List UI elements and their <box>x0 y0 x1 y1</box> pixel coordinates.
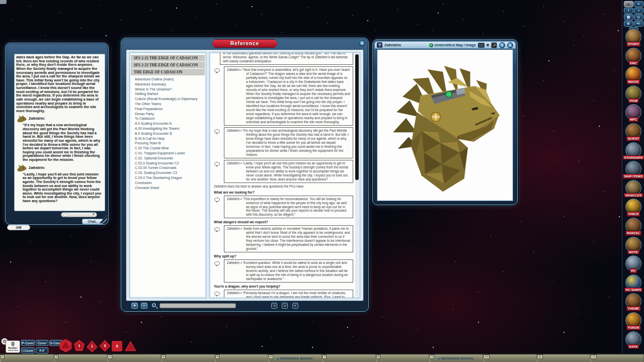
sidebar-button[interactable]: VEHICLES <box>622 180 644 199</box>
hotbar-slot[interactable]: 3 <box>107 354 161 362</box>
hotbar-slot[interactable]: 12 <box>590 354 644 362</box>
hotbar-slot[interactable]: 11 <box>537 354 591 362</box>
improved-cover-button[interactable]: I-Cover <box>21 347 35 353</box>
toc-item[interactable]: Adventure Summary <box>130 82 206 87</box>
toc-item[interactable]: B.00 A Call for Help <box>130 136 206 141</box>
pouch-icon[interactable]: ◑ <box>634 8 643 14</box>
hotbar-slot[interactable]: 5 <box>215 354 269 362</box>
toc-item[interactable]: Culture (Recall Knowledge) or Diplomacy <box>130 97 206 102</box>
close-icon[interactable]: × <box>507 42 513 48</box>
modifier-box[interactable]: 0 Modifier <box>6 340 20 353</box>
sidebar-button[interactable]: NPC <box>622 104 644 123</box>
toc-item[interactable]: C.00 The Crystal Mine <box>130 146 206 151</box>
hotbar-slot[interactable]: 8 <box>376 354 430 362</box>
sidebar-button[interactable]: DATA <box>622 331 644 350</box>
image-canvas[interactable] <box>377 49 513 201</box>
sidebar-button[interactable]: PARCEL <box>622 218 644 236</box>
sidebar-button[interactable]: STORY <box>622 29 644 47</box>
d8-die[interactable]: 3 <box>99 340 111 352</box>
sidebar-button[interactable]: PC <box>622 255 644 274</box>
image-window: Zafeldrin Unidentified Map / Image ↗ ? × <box>372 39 518 205</box>
nav-back-button[interactable]: ◄ <box>271 303 277 309</box>
no-entry-icon[interactable]: ⊘ <box>624 21 633 27</box>
toc-item[interactable]: C.03. Scaling Encounter C3 <box>130 170 206 175</box>
toc-item[interactable]: Chronicle Sheet <box>130 186 206 191</box>
sidebar-button[interactable]: ITEM <box>622 85 644 104</box>
hotbar-slot[interactable]: 10 <box>483 354 537 362</box>
mountain-icon[interactable]: ▲ <box>624 1 633 7</box>
chat-log[interactable]: dates back ages before the Gap. As far a… <box>14 54 105 211</box>
reference-search-input[interactable] <box>159 303 236 308</box>
toc-item[interactable]: C.03.0 The Slumbering Dragon <box>130 175 206 180</box>
sidebar-button[interactable]: QUEST <box>622 123 644 142</box>
toc-item[interactable]: Final Preparations <box>130 107 206 112</box>
toc-item[interactable]: The Other Teams <box>130 102 206 107</box>
hotbar-slot[interactable]: 9 REFERENCE MANUAL <box>429 354 483 362</box>
toc-header[interactable]: SFS 2-23 THE EDGE OF CADASCON <box>131 55 205 61</box>
sidebar-button[interactable]: SHIP ITEMS <box>622 161 644 179</box>
dots-grid-icon[interactable] <box>478 43 485 48</box>
flat-footed-button[interactable]: F-F <box>36 347 48 353</box>
d4-die[interactable] <box>124 340 137 352</box>
toc-item[interactable]: Dinner Party <box>130 112 206 117</box>
sidebar-button-label: PC <box>630 268 637 274</box>
gm-identity-label[interactable]: GM <box>7 225 30 230</box>
image-window-titlebar[interactable]: Zafeldrin Unidentified Map / Image ↗ ? × <box>374 41 516 49</box>
toc-item[interactable]: B.0 Scaling Encounter B <box>130 131 206 136</box>
toc-item[interactable]: Getting Started <box>130 92 206 97</box>
pointer-tool-icon[interactable]: ↗ <box>491 42 497 48</box>
sidebar-button-label: QUEST <box>626 136 640 141</box>
cover-button[interactable]: Cover <box>36 340 48 346</box>
toc-header[interactable]: SFS 2-23 THE EDGE OF CADASCON <box>131 62 205 68</box>
d6-die[interactable]: 5 <box>112 341 122 351</box>
plus-minus-icon[interactable]: +/- <box>634 21 643 27</box>
library-icon[interactable]: i <box>624 8 633 14</box>
sidebar-button-label: NPC <box>628 117 638 122</box>
toc-item[interactable]: Where In The Universe? <box>130 87 206 92</box>
sidebar-button[interactable]: TOKEN <box>622 312 644 331</box>
hotbar-slot[interactable]: 2 <box>54 354 108 362</box>
toc-item[interactable]: C.02.00 Tunnel Crossroads <box>130 165 206 170</box>
toc-item[interactable]: A.0 Scaling Encounter A <box>130 121 206 126</box>
d10-die[interactable]: 1 <box>86 340 98 352</box>
sidebar-button[interactable]: PC SHIPS <box>622 275 644 293</box>
zoom-in-button[interactable]: + <box>131 303 138 309</box>
toc-item[interactable]: A.00 Investigating the Towers <box>130 126 206 131</box>
toc-item[interactable]: To Cadascon <box>130 116 206 121</box>
scrollbar-thumb[interactable] <box>355 54 359 180</box>
toc-item[interactable]: Adventure Outline (Index) <box>130 77 206 82</box>
chat-mode-select[interactable]: ▼ <box>61 212 97 217</box>
die-icon[interactable]: ◇ <box>634 14 643 20</box>
sidebar-button[interactable]: TABLE <box>622 199 644 217</box>
sidebar-button[interactable]: STARSHIPS <box>622 142 644 161</box>
dialog-row: Zafeldrin • “Precisely because I'm a dra… <box>213 290 353 298</box>
toc-header[interactable]: THE EDGE OF CADASCON <box>131 69 205 75</box>
toc-item[interactable]: Conclusion <box>130 180 206 186</box>
chat-input-tab[interactable]: Chat.. <box>82 219 103 224</box>
hotbar-slot[interactable]: 7 <box>322 354 376 362</box>
stack-icon[interactable]: ▤ <box>624 14 633 20</box>
nav-up-button[interactable]: ▲ <box>282 303 288 309</box>
sidebar-button[interactable]: ENC <box>622 48 644 66</box>
crossed-tools-icon[interactable]: × <box>634 1 643 7</box>
hotbar-slot[interactable]: 1 <box>0 354 54 362</box>
nav-forward-button[interactable]: ► <box>292 303 298 309</box>
close-icon[interactable]: × <box>359 40 365 46</box>
toc-item[interactable]: Pursuing Team B <box>130 141 206 146</box>
hotbar-slot[interactable]: 6 REFERENCE MANUAL <box>268 354 322 362</box>
sidebar-button[interactable]: THEME <box>622 293 644 312</box>
d12-die[interactable]: 1 <box>73 340 86 352</box>
sidebar-button[interactable]: IMAGE <box>622 66 644 85</box>
zoom-out-button[interactable]: − <box>141 303 147 309</box>
help-icon[interactable]: ? <box>499 42 505 48</box>
dialog-text: “Precisely because I'm a dragon. I am no… <box>243 291 348 298</box>
toc-item[interactable]: C.02. Optional Encounter <box>130 156 206 161</box>
toc-item[interactable]: C.01. Trapped Equipment Locker <box>130 151 206 156</box>
visibility-eye-icon[interactable] <box>429 43 433 47</box>
chat-mode-pill <box>63 214 69 216</box>
sidebar-button[interactable]: NOTE <box>622 237 644 255</box>
toc-item[interactable]: C.02.0 Scaling Encounter C2 <box>130 161 206 166</box>
reference-content-scroll[interactable]: of the Starfinders gathered before him, … <box>213 53 353 298</box>
hotbar-slot[interactable]: 4 <box>161 354 215 362</box>
partial-cover-button[interactable]: P-Cover <box>21 340 35 346</box>
